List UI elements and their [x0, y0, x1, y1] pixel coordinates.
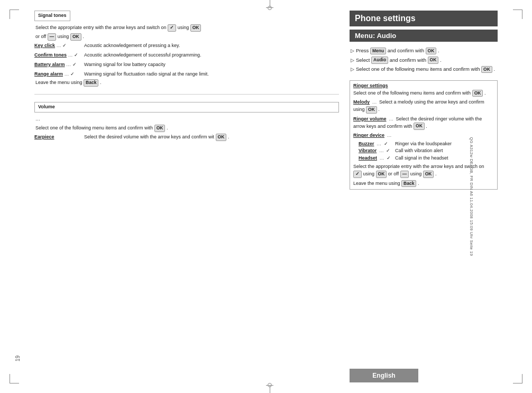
step-press: ▷ Press Menu and confirm with OK .: [351, 47, 498, 55]
right-panel: Phone settings Menu: Audio ▷ Press Menu …: [350, 11, 498, 382]
range-alarm-row: Range alarm … ✓ Warning signal for fluct…: [34, 71, 339, 78]
ringer-settings-title: Ringer settings: [353, 83, 494, 88]
ringer-device-dots: …: [387, 133, 392, 138]
divider-1: [34, 94, 339, 95]
buzzer-desc: Ringer via the loudspeaker: [395, 141, 452, 148]
ok-key-melody: OK: [366, 106, 377, 114]
ok-key-signal: OK: [190, 24, 201, 32]
select-items-text: Select one of the following menu items a…: [356, 66, 495, 73]
select-text: Select Audio and confirm with OK .: [356, 57, 442, 64]
ok-key-volume: OK: [154, 125, 166, 132]
volume-dots: …: [34, 116, 339, 123]
confirm-tones-desc: Acoustic acknowledgement of successful p…: [84, 52, 339, 59]
melody-label: Melody: [353, 99, 370, 105]
main-content: Signal tones Select the appropriate entr…: [29, 0, 503, 393]
check-key-rd: ✓: [353, 171, 362, 178]
key-click-dots: …: [57, 43, 63, 48]
key-click-row: Key click … ✓ Acoustic acknowledgement o…: [34, 42, 339, 50]
ok-key-items: OK: [481, 66, 492, 73]
ok-key-press: OK: [426, 48, 437, 55]
battery-alarm-row: Battery alarm … ✓ Warning signal for low…: [34, 61, 339, 69]
buzzer-check: ✓: [384, 141, 388, 146]
ringer-settings-box: Ringer settings Select one of the follow…: [350, 80, 498, 190]
page-number: 19: [15, 355, 21, 361]
arrow-select: ▷: [351, 57, 354, 64]
volume-intro: Select one of the following menu items a…: [34, 125, 339, 132]
step-select: ▷ Select Audio and confirm with OK .: [351, 57, 498, 64]
headset-label: Headset: [359, 155, 377, 161]
sidebar-text: QG A312w DE, GB, FR DIN A6 11.04.2008 15…: [469, 137, 474, 256]
vibrator-dots: …: [379, 148, 386, 153]
ringer-volume-label: Ringer volume: [353, 116, 387, 121]
back-key-signal: Back: [84, 79, 98, 87]
minus-key: —: [48, 33, 57, 41]
signal-tones-submenu: Key click … ✓ Acoustic acknowledgement o…: [34, 42, 339, 78]
vibrator-label: Vibrator: [359, 148, 377, 153]
vibrator-check: ✓: [386, 148, 390, 153]
crosshair-top: [266, 0, 273, 10]
battery-alarm-dots: …: [66, 62, 72, 67]
corner-bracket-bottom-left: [10, 374, 19, 383]
ok-key-ringer: OK: [472, 90, 483, 97]
audio-key: Audio: [371, 57, 388, 64]
key-click-label: Key click: [34, 43, 55, 48]
earpiece-row: Earpiece Select the desired volume with …: [34, 134, 339, 141]
signal-tones-oroff: or off — using OK .: [34, 33, 339, 41]
corner-bracket-top-right: [513, 10, 522, 19]
english-badge-container: English: [350, 358, 498, 382]
headset-check: ✓: [387, 155, 391, 161]
key-click-desc: Acoustic acknowledgement of pressing a k…: [84, 42, 339, 49]
earpiece-desc: Select the desired volume with the arrow…: [84, 134, 339, 141]
signal-tones-section: Signal tones Select the appropriate entr…: [34, 11, 339, 87]
ringer-volume-block: Ringer volume … Select the desired ringe…: [353, 116, 494, 130]
battery-alarm-label: Battery alarm: [34, 62, 65, 67]
english-badge: English: [350, 369, 418, 382]
menu-key: Menu: [370, 48, 386, 55]
ok-key-earpiece: OK: [216, 134, 227, 141]
ringer-select-text: Select one of the following menu items a…: [353, 90, 494, 97]
minus-key-rd: —: [400, 171, 409, 178]
left-panel-content: Signal tones Select the appropriate entr…: [34, 11, 339, 141]
phone-settings-header: Phone settings: [350, 11, 498, 26]
vibrator-desc: Call with vibration alert: [395, 147, 443, 155]
step-select-items: ▷ Select one of the following menu items…: [351, 66, 498, 73]
confirm-tones-label: Confirm tones: [34, 52, 67, 58]
page-container: 19 Signal tones Select the appropriate e…: [0, 0, 532, 393]
buzzer-dots: …: [377, 141, 383, 146]
ringer-volume-dots: …: [389, 116, 395, 121]
earpiece-label: Earpiece: [34, 134, 54, 139]
confirm-tones-row: Confirm tones … ✓ Acoustic acknowledgeme…: [34, 52, 339, 59]
confirm-tones-check: ✓: [74, 52, 78, 58]
instruction-block: ▷ Press Menu and confirm with OK . ▷ Sel…: [350, 47, 498, 75]
ok-key-rv: OK: [414, 123, 425, 130]
corner-bracket-bottom-right: [513, 374, 522, 383]
arrow-items: ▷: [351, 66, 354, 73]
battery-alarm-check: ✓: [72, 62, 77, 67]
signal-tones-intro: Select the appropriate entry with the ar…: [34, 24, 339, 32]
buzzer-label: Buzzer: [359, 141, 374, 146]
left-margin: 19: [0, 0, 29, 393]
press-text: Press Menu and confirm with OK .: [356, 47, 439, 54]
crosshair-bottom: [266, 383, 273, 393]
range-alarm-dots: …: [65, 71, 71, 77]
back-key-ringer: Back: [401, 180, 416, 188]
check-icon: ✓: [168, 24, 176, 32]
ringer-device-label: Ringer device: [353, 133, 384, 138]
volume-section: Volume … Select one of the following men…: [34, 102, 339, 141]
ok-key-rd2: OK: [423, 171, 434, 178]
leave-menu-signal: Leave the menu using Back .: [34, 79, 339, 87]
corner-bracket-top-left: [10, 10, 19, 19]
ok-key-signal2: OK: [70, 33, 81, 41]
key-click-check: ✓: [62, 43, 67, 48]
confirm-tones-dots: …: [68, 52, 75, 58]
range-alarm-desc: Warning signal for fluctuation radio sig…: [84, 71, 339, 78]
range-alarm-check: ✓: [70, 71, 75, 77]
ok-key-rd: OK: [376, 171, 387, 178]
signal-tones-label: Signal tones: [34, 11, 70, 21]
range-alarm-label: Range alarm: [34, 71, 63, 77]
headset-dots: …: [380, 155, 386, 161]
right-sidebar: QG A312w DE, GB, FR DIN A6 11.04.2008 15…: [503, 0, 532, 393]
melody-block: Melody … Select a melody using the arrow…: [353, 99, 494, 113]
ok-key-select: OK: [428, 57, 439, 64]
volume-label: Volume: [34, 102, 339, 113]
